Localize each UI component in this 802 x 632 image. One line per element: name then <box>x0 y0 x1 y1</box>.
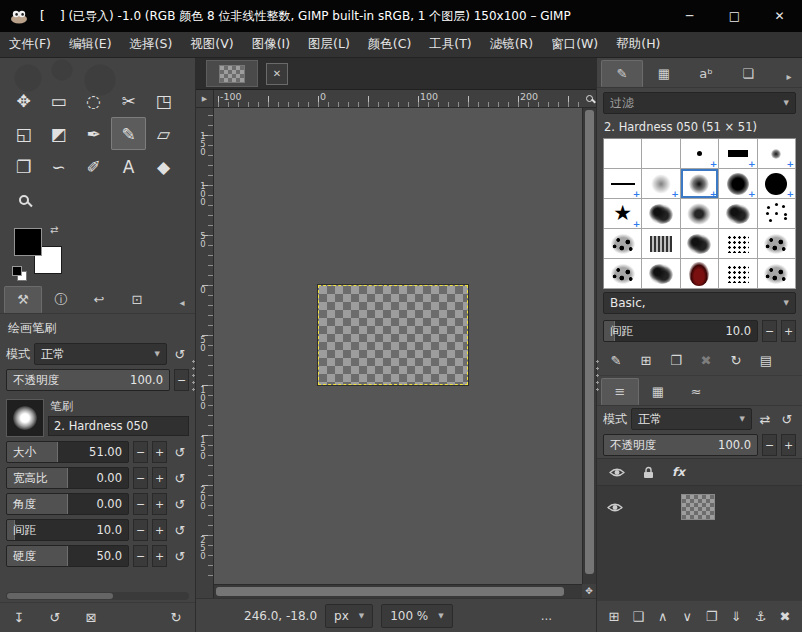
menu-windows[interactable]: 窗口(W) <box>542 32 607 57</box>
brush-cell[interactable] <box>758 199 796 229</box>
brush-cell[interactable] <box>604 259 642 289</box>
paintbrush-tool[interactable]: ✎ <box>111 117 146 150</box>
new-brush-button[interactable]: ⊞ <box>637 350 655 370</box>
menu-image[interactable]: 图像(I) <box>243 32 299 57</box>
unit-dropdown[interactable]: px ▼ <box>325 604 373 628</box>
duplicate-brush-button[interactable]: ❐ <box>667 350 685 370</box>
raise-layer-button[interactable]: ∧ <box>654 607 672 627</box>
brush-cell[interactable]: + <box>642 169 680 199</box>
tool-options-scrollbar[interactable] <box>6 592 189 600</box>
new-layer-button[interactable]: ⊞ <box>605 607 623 627</box>
refresh-brushes-button[interactable]: ↻ <box>727 350 745 370</box>
brush-cell[interactable] <box>719 259 757 289</box>
brush-cell[interactable] <box>642 259 680 289</box>
menu-select[interactable]: 选择(S) <box>121 32 182 57</box>
reset-tool-options-button[interactable]: ↻ <box>167 608 185 628</box>
hardness-decrement-button[interactable]: − <box>133 545 148 567</box>
image-tab[interactable] <box>206 60 258 87</box>
brush-cell[interactable] <box>642 139 680 169</box>
new-layer-group-button[interactable]: ❑ <box>629 607 647 627</box>
brush-cell[interactable]: + <box>604 169 642 199</box>
hardness-increment-button[interactable]: + <box>152 545 167 567</box>
open-brush-as-image-button[interactable]: ▤ <box>757 350 775 370</box>
anchor-layer-button[interactable]: ⚓ <box>752 607 770 627</box>
default-colors-icon[interactable] <box>12 266 27 281</box>
panel-resize-grip-right[interactable] <box>594 358 601 392</box>
menu-tools[interactable]: 工具(T) <box>420 32 480 57</box>
reset-layer-mode-button[interactable]: ↺ <box>778 409 796 429</box>
scissors-select-tool[interactable]: ✂ <box>111 84 146 117</box>
brush-cell[interactable]: + <box>681 169 719 199</box>
smudge-tool[interactable]: ∽ <box>41 150 76 183</box>
tab-patterns[interactable]: ▦ <box>643 60 685 87</box>
tab-brushes[interactable]: ✎ <box>601 60 643 87</box>
spacing-decrement-button[interactable]: − <box>133 519 148 541</box>
close-image-tab-button[interactable]: ✕ <box>266 63 288 85</box>
horizontal-scrollbar[interactable] <box>214 584 582 598</box>
panel-resize-grip-left[interactable] <box>190 358 197 392</box>
size-slider[interactable]: 大小51.00 <box>6 441 129 463</box>
layer-opacity-slider[interactable]: 不透明度 100.0 <box>603 434 758 456</box>
lower-layer-button[interactable]: ∨ <box>678 607 696 627</box>
layer-row[interactable] <box>597 490 802 524</box>
brush-spacing-slider[interactable]: 间距 10.0 <box>603 320 758 342</box>
opacity-decrement-button[interactable]: − <box>174 369 189 391</box>
brush-cell[interactable]: + <box>758 139 796 169</box>
menu-help[interactable]: 帮助(H) <box>607 32 669 57</box>
tab-channels[interactable]: ▦ <box>639 378 677 405</box>
menu-filters[interactable]: 滤镜(R) <box>481 32 542 57</box>
zoom-dropdown[interactable]: 100 % ▼ <box>381 604 453 628</box>
merge-down-button[interactable]: ⇓ <box>727 607 745 627</box>
zoom-follow-window-button[interactable] <box>582 90 596 108</box>
transform-tool[interactable]: ◱ <box>6 117 41 150</box>
menu-file[interactable]: 文件(F) <box>0 32 60 57</box>
brush-cell[interactable] <box>681 199 719 229</box>
navigation-preview-button[interactable]: ✥ <box>582 584 596 598</box>
move-tool[interactable]: ✥ <box>6 84 41 117</box>
spacing-reset-button[interactable]: ↺ <box>171 520 189 540</box>
brush-cell[interactable] <box>719 229 757 259</box>
maximize-button[interactable]: □ <box>712 0 757 32</box>
brush-cell[interactable] <box>642 199 680 229</box>
menu-edit[interactable]: 编辑(E) <box>60 32 121 57</box>
visibility-header-eye-icon[interactable] <box>609 467 625 478</box>
tab-undo-history[interactable]: ↩ <box>80 286 118 313</box>
canvas-viewport[interactable] <box>214 108 582 584</box>
clone-tool[interactable]: ❐ <box>6 150 41 183</box>
tab-tool-options[interactable]: ⚒ <box>4 286 42 313</box>
brush-cell[interactable] <box>758 229 796 259</box>
close-button[interactable]: ✕ <box>757 0 802 32</box>
swap-colors-icon[interactable]: ⇄ <box>50 224 58 235</box>
free-select-tool[interactable]: ◌ <box>76 84 111 117</box>
tab-device-status[interactable]: ⓘ <box>42 286 80 313</box>
layer-opacity-increment-button[interactable]: + <box>781 434 796 456</box>
brush-cell[interactable] <box>758 259 796 289</box>
restore-tool-preset-button[interactable]: ↺ <box>46 608 64 628</box>
aspect-ratio-decrement-button[interactable]: − <box>133 467 148 489</box>
brush-cell[interactable]: + <box>681 139 719 169</box>
layer-visibility-eye-icon[interactable] <box>607 502 623 513</box>
spacing-increment-button[interactable]: + <box>781 320 796 342</box>
layer-opacity-decrement-button[interactable]: − <box>762 434 777 456</box>
color-picker-tool[interactable]: ◆ <box>146 150 181 183</box>
angle-increment-button[interactable]: + <box>152 493 167 515</box>
brush-filter-input[interactable]: 过滤 ▼ <box>603 92 796 114</box>
brush-cell[interactable]: ★+ <box>604 199 642 229</box>
spacing-increment-button[interactable]: + <box>152 519 167 541</box>
delete-tool-preset-button[interactable]: ⊠ <box>82 608 100 628</box>
hardness-slider[interactable]: 硬度50.0 <box>6 545 129 567</box>
brush-cell[interactable] <box>642 229 680 259</box>
aspect-ratio-reset-button[interactable]: ↺ <box>171 468 189 488</box>
duplicate-layer-button[interactable]: ❐ <box>703 607 721 627</box>
tool-options-scrollbar-thumb[interactable] <box>7 593 113 599</box>
menu-colors[interactable]: 颜色(C) <box>359 32 420 57</box>
edit-brush-button[interactable]: ✎ <box>607 350 625 370</box>
delete-brush-button[interactable]: ✖ <box>697 350 715 370</box>
minimize-button[interactable]: ─ <box>667 0 712 32</box>
tab-layers[interactable]: ≡ <box>601 378 639 405</box>
crop-tool[interactable]: ◳ <box>146 84 181 117</box>
size-increment-button[interactable]: + <box>152 441 167 463</box>
brush-name-entry[interactable]: 2. Hardness 050 <box>48 416 189 436</box>
menu-view[interactable]: 视图(V) <box>181 32 242 57</box>
ruler-corner-menu-button[interactable]: ▶ <box>196 90 214 108</box>
